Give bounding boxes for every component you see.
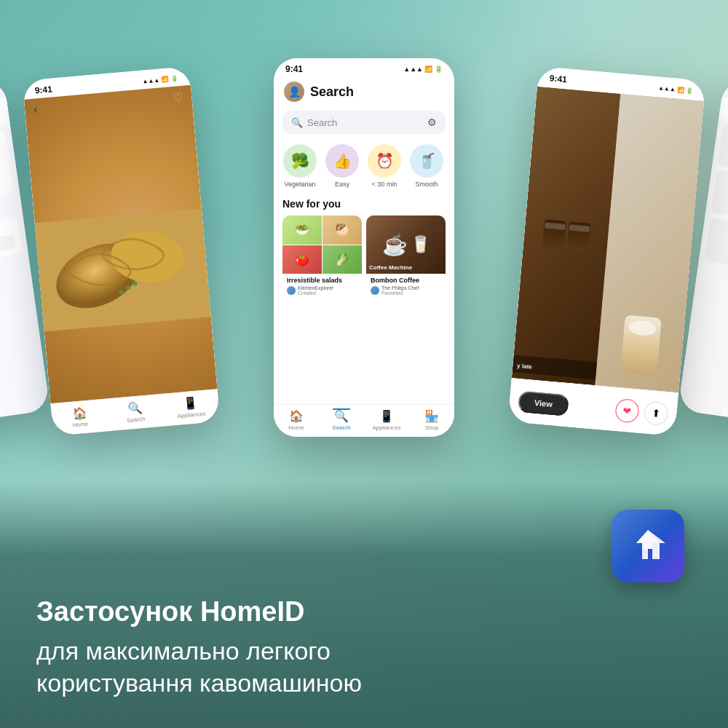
status-bar-center: 9:41 ▲▲▲ 📶 🔋 bbox=[274, 58, 454, 77]
salad-recipe-info: Irresistible salads KitchenExplorer Crea… bbox=[282, 274, 362, 298]
action-buttons: ❤ ⬆ bbox=[614, 397, 669, 425]
nav-search[interactable]: 🔍 Search bbox=[106, 399, 164, 426]
recipe-card-coffee[interactable]: ☕ 🥛 Coffee Machine Bombon Coffee The Phi… bbox=[366, 215, 446, 298]
new-for-you-title: New for you bbox=[274, 195, 454, 215]
phone-recipe: 9:41 ▲▲▲ 📶 🔋 ‹ ♡ bbox=[23, 66, 221, 436]
nav-shop-center[interactable]: 🏪 Shop bbox=[409, 409, 454, 431]
coffee-recipe-info: Bombon Coffee The Philips Chef Favorited bbox=[366, 274, 446, 298]
phones-container: 9:41 ▲▲▲ 📶 🔋 Nutritional values Energy bbox=[0, 15, 728, 510]
category-smooth[interactable]: 🥤 Smooth bbox=[409, 144, 444, 188]
nav-home[interactable]: 🏠 Home bbox=[51, 404, 108, 431]
category-30min[interactable]: ⏰ < 30 min bbox=[367, 144, 402, 188]
user-avatar[interactable]: 👤 bbox=[284, 82, 304, 102]
filter-icon[interactable]: ⚙ bbox=[427, 116, 437, 128]
appliance-cooker2-col: Cooker bbox=[705, 218, 728, 270]
center-phone-nav: 🏠 Home 🔍 Search 📱 Appliances 🏪 Shop bbox=[274, 404, 454, 437]
nav-search-center[interactable]: 🔍 Search bbox=[319, 409, 364, 431]
categories-row: 🥦 Vegetarian 👍 Easy ⏰ < 30 min 🥤 Smooth bbox=[274, 141, 454, 195]
search-input-placeholder: Search bbox=[307, 117, 423, 128]
nutrition-legend: Carb 16% Prote 62% Fat 22% Each recipe s… bbox=[0, 145, 5, 191]
recipe-grid: 🥗 🥙 🍅 🥬 Irresistible salads KitchenExplo… bbox=[274, 215, 454, 298]
main-headline: Застосунок HomeID bbox=[36, 596, 692, 629]
category-easy[interactable]: 👍 Easy bbox=[325, 144, 360, 188]
recipe-hero-image bbox=[24, 85, 221, 436]
search-bar[interactable]: 🔍 Search ⚙ bbox=[282, 111, 446, 134]
nav-appliances-center[interactable]: 📱 Appliances bbox=[364, 409, 409, 431]
app-icon[interactable] bbox=[612, 510, 684, 582]
search-icon: 🔍 bbox=[291, 117, 303, 128]
appliance-machine-col: Machine bbox=[718, 122, 728, 175]
phone-coffee-photo: 9:41 ▲▲▲ 📶 🔋 bbox=[508, 66, 706, 436]
nav-home-center[interactable]: 🏠 Home bbox=[274, 409, 319, 431]
page-title: Search bbox=[310, 84, 354, 100]
search-header: 👤 Search bbox=[274, 77, 454, 108]
share-button[interactable]: ⬆ bbox=[644, 400, 669, 426]
phone-search: 9:41 ▲▲▲ 📶 🔋 👤 Search 🔍 Search ⚙ 🥦 Veget… bbox=[274, 58, 454, 437]
sub-headline: для максимально легкого користування кав… bbox=[36, 635, 692, 699]
recipe-card-salads[interactable]: 🥗 🥙 🍅 🥬 Irresistible salads KitchenExplo… bbox=[282, 215, 362, 298]
view-button[interactable]: View bbox=[518, 390, 569, 416]
heart-button[interactable]: ❤ bbox=[614, 397, 640, 423]
nav-appliances[interactable]: 📱 Appliances bbox=[162, 394, 220, 421]
appliance-cooker-col: Cooker bbox=[711, 170, 728, 223]
category-vegetarian[interactable]: 🥦 Vegetarian bbox=[282, 144, 317, 188]
